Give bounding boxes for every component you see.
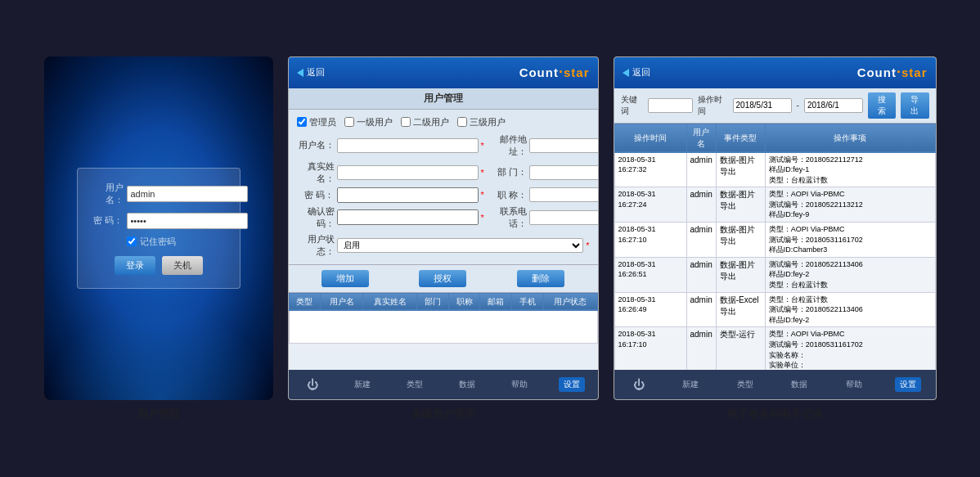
username-input[interactable] (127, 186, 248, 202)
cb-admin-input[interactable] (297, 117, 307, 127)
records-logo: Count·star (857, 64, 928, 81)
cell-time: 2018-05-31 16:27:32 (614, 152, 686, 187)
table-row: 2018-05-31 16:17:10admin类型-运行类型：AOPI Via… (614, 327, 935, 370)
records-footer-help-label: 帮助 (846, 379, 862, 390)
add-button[interactable]: 增加 (321, 270, 369, 287)
field-dept-label: 部 门： (489, 166, 527, 178)
footer-type[interactable]: 类型 (402, 377, 428, 392)
cb-level1-input[interactable] (344, 117, 354, 127)
date-from-input[interactable] (733, 98, 792, 113)
date-separator: - (797, 101, 799, 110)
th-phone: 手机 (512, 293, 544, 310)
th-event-type: 事件类型 (716, 124, 765, 152)
delete-button[interactable]: 删除 (517, 270, 564, 287)
main-container: 用户名： 密 码： 记住密码 登录 关机 用户登陆 (0, 48, 980, 430)
logo-count: Count (519, 65, 559, 79)
cell-ops: 类型：AOPI Via-PBMC 测试编号：20180522113212 样品I… (765, 187, 935, 223)
field-email-label: 邮件地址： (489, 133, 527, 158)
back-button[interactable]: 返回 (297, 66, 325, 79)
records-footer: ⏻ 新建 类型 数据 帮助 设置 (614, 370, 936, 399)
cell-user: admin (686, 187, 716, 223)
table-header-row: 类型 用户名 真实姓名 部门 职称 邮箱 手机 用户状态 (289, 293, 597, 310)
cb-level2: 二级用户 (401, 116, 449, 128)
records-footer-settings[interactable]: 设置 (895, 377, 921, 392)
records-footer-data[interactable]: 数据 (786, 377, 812, 392)
table-empty-row (289, 310, 597, 343)
keyword-label: 关键词 (621, 94, 643, 117)
cell-time: 2018-05-31 16:26:51 (614, 257, 686, 292)
field-confirm-pwd-label: 确认密码： (297, 205, 335, 230)
required-star-status: * (586, 241, 589, 250)
records-back-button[interactable]: 返回 (623, 66, 650, 79)
field-realname-input[interactable] (337, 165, 479, 180)
field-phone-input[interactable] (529, 210, 598, 225)
cell-type: 数据-图片导出 (716, 187, 765, 223)
records-footer-new[interactable]: 新建 (677, 377, 704, 392)
table-row: 2018-05-31 16:27:32admin数据-图片导出测试编号：2018… (614, 152, 935, 187)
records-header-row: 操作时间 用户名 事件类型 操作事项 (614, 124, 935, 152)
filter-bar: 关键词 操作时间 - 搜索 导出 (614, 88, 936, 124)
field-status-label: 用户状态： (297, 233, 335, 258)
field-status-select[interactable]: 启用 禁用 (337, 238, 584, 253)
records-power-icon: ⏻ (633, 378, 645, 391)
cb-level3-input[interactable] (457, 117, 467, 127)
th-title: 职称 (448, 293, 480, 310)
footer-type-label: 类型 (407, 379, 423, 390)
logo: Count·star (519, 64, 590, 81)
cb-admin: 管理员 (297, 116, 336, 128)
password-label: 密 码： (91, 214, 124, 227)
footer-power[interactable]: ⏻ (302, 376, 323, 393)
field-confirm-pwd-input[interactable] (337, 209, 479, 225)
close-button[interactable]: 关机 (162, 256, 203, 275)
cell-time: 2018-05-31 16:17:10 (614, 327, 686, 370)
form-grid: 用户名： * 邮件地址： 真实姓名： * (297, 133, 590, 230)
field-email-input[interactable] (529, 138, 598, 153)
auth-button[interactable]: 授权 (419, 270, 466, 287)
records-table: 操作时间 用户名 事件类型 操作事项 2018-05-31 16:27:32ad… (614, 124, 936, 370)
remember-checkbox[interactable] (127, 236, 137, 246)
date-to-input[interactable] (804, 98, 863, 113)
export-button[interactable]: 导出 (901, 92, 928, 119)
th-username: 用户名 (321, 293, 363, 310)
th-realname: 真实姓名 (363, 293, 417, 310)
field-title-input[interactable] (529, 187, 598, 202)
logo-star: star (564, 65, 590, 79)
th-user: 用户名 (686, 124, 716, 152)
records-table-wrap: 操作时间 用户名 事件类型 操作事项 2018-05-31 16:27:32ad… (614, 124, 936, 370)
field-username: 用户名： * (297, 133, 484, 158)
cell-user: admin (686, 292, 716, 327)
footer-settings[interactable]: 设置 (559, 377, 585, 392)
search-button[interactable]: 搜索 (868, 92, 896, 119)
cell-ops: 测试编号：20180522113406 样品ID:fey-2 类型：台粒蓝计数 (765, 257, 935, 292)
records-footer-type[interactable]: 类型 (732, 377, 758, 392)
usermgmt-content: 用户管理 管理员 一级用户 二级 (289, 88, 598, 370)
section-title: 用户管理 (289, 88, 598, 110)
footer-new[interactable]: 新建 (349, 377, 375, 392)
keyword-input[interactable] (648, 98, 693, 113)
login-caption: 用户登陆 (137, 407, 180, 421)
required-star-realname: * (481, 168, 484, 178)
field-username-input[interactable] (337, 138, 479, 153)
records-footer-new-label: 新建 (682, 379, 699, 390)
field-password-label: 密 码： (297, 189, 335, 201)
th-email: 邮箱 (480, 293, 512, 310)
username-label: 用户名： (91, 182, 124, 206)
field-dept-input[interactable] (529, 165, 598, 180)
field-password-input[interactable] (337, 187, 479, 203)
records-footer-type-label: 类型 (737, 379, 753, 390)
records-footer-power[interactable]: ⏻ (628, 376, 650, 393)
cell-ops: 类型：AOPI Via-PBMC 测试编号：20180531161702 实验名… (765, 327, 935, 370)
login-button[interactable]: 登录 (115, 256, 155, 275)
cb-level2-input[interactable] (401, 117, 411, 127)
usermgmt-footer: ⏻ 新建 类型 数据 帮助 设置 (289, 370, 598, 399)
footer-help[interactable]: 帮助 (506, 377, 533, 392)
records-footer-help[interactable]: 帮助 (841, 377, 867, 392)
password-input[interactable] (127, 213, 248, 229)
th-time: 操作时间 (614, 124, 686, 152)
table-row: 2018-05-31 16:27:10admin数据-图片导出类型：AOPI V… (614, 223, 935, 258)
required-star-username: * (481, 141, 484, 151)
cell-type: 数据-图片导出 (716, 223, 765, 258)
action-buttons: 增加 授权 删除 (289, 265, 598, 293)
footer-data[interactable]: 数据 (454, 377, 480, 392)
field-dept: 部 门： (489, 160, 598, 185)
